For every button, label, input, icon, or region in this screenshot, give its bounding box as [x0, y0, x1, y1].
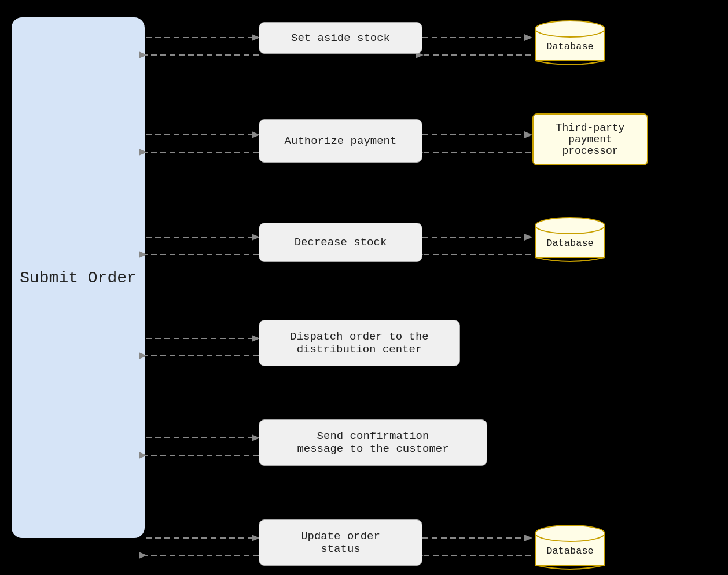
- process-decrease-stock: Decrease stock: [259, 223, 422, 262]
- process-update-order-status: Update order status: [259, 519, 422, 566]
- db1-svg: Database: [532, 16, 608, 68]
- svg-text:Database: Database: [546, 545, 594, 556]
- submit-order-box: Submit Order: [12, 17, 145, 538]
- process-dispatch-order: Dispatch order to the distribution cente…: [259, 320, 460, 366]
- database-3: Database: [532, 521, 608, 575]
- process-set-aside-stock: Set aside stock: [259, 22, 422, 54]
- submit-order-label: Submit Order: [20, 269, 137, 287]
- database-2: Database: [532, 213, 608, 268]
- db2-svg: Database: [532, 213, 608, 265]
- payment-processor-box: Third-party payment processor: [532, 113, 648, 165]
- svg-text:Database: Database: [546, 41, 594, 52]
- process-authorize-payment: Authorize payment: [259, 119, 422, 163]
- process-send-confirmation: Send confirmation message to the custome…: [259, 419, 487, 466]
- svg-point-4: [535, 218, 605, 234]
- database-1: Database: [532, 16, 608, 71]
- diagram: Submit Order: [0, 0, 728, 575]
- db3-svg: Database: [532, 521, 608, 573]
- svg-point-1: [535, 21, 605, 37]
- svg-point-7: [535, 525, 605, 541]
- svg-text:Database: Database: [546, 238, 594, 249]
